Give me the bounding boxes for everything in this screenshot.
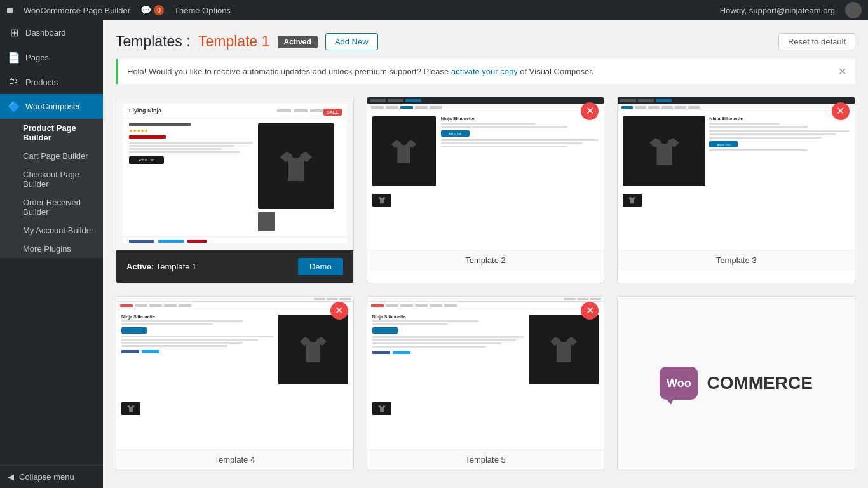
pages-icon: 📄 <box>8 51 20 64</box>
woo-bubble-text: Woo <box>667 377 691 390</box>
products-icon: 🛍 <box>8 76 20 88</box>
template-card-3: Ninja Silhouette Add to Cart <box>617 97 855 283</box>
tshirt-svg-1 <box>274 144 318 189</box>
sidebar-label-dashboard: Dashboard <box>25 28 66 37</box>
template-4-preview: Ninja Silhouette <box>116 297 353 449</box>
template-card-default: Woo COMMERCE Default WooCommrce <box>617 296 855 470</box>
sidebar-item-dashboard[interactable]: ⊞ Dashboard <box>0 20 103 45</box>
reset-default-button[interactable]: Reset to default <box>778 33 855 50</box>
tshirt-svg-4 <box>294 330 332 369</box>
template-5-footer: Template 5 <box>367 449 604 470</box>
template-1-active-label: Active: Template 1 <box>126 262 196 271</box>
add-new-button[interactable]: Add New <box>325 33 378 50</box>
template-3-remove-button[interactable]: ✕ <box>832 102 850 120</box>
template-4-remove-button[interactable]: ✕ <box>330 302 348 320</box>
collapse-menu-button[interactable]: ◀ Collapse menu <box>0 465 103 488</box>
sidebar-item-checkout-page-builder[interactable]: Checkout Page Builder <box>0 165 103 193</box>
dashboard-icon: ⊞ <box>8 27 20 39</box>
template-3-preview: Ninja Silhouette Add to Cart <box>618 97 855 250</box>
tshirt-thumb-3 <box>627 195 637 205</box>
main-content: Templates : Template 1 Actived Add New R… <box>103 20 868 488</box>
template-3-footer: Template 3 <box>618 250 855 270</box>
woo-bubble: Woo <box>660 367 698 400</box>
wp-logo-icon[interactable]: ■ <box>6 4 13 17</box>
woo-commerce-text: COMMERCE <box>707 373 812 393</box>
tshirt-thumb-2 <box>377 195 387 205</box>
template-4-footer: Template 4 <box>116 449 353 470</box>
sidebar-item-pages[interactable]: 📄 Pages <box>0 45 103 70</box>
notification-close-button[interactable]: ✕ <box>838 65 846 78</box>
sidebar-item-more-plugins[interactable]: More Plugins <box>0 240 103 258</box>
tshirt-svg-3 <box>644 131 685 172</box>
sidebar-item-cart-page-builder[interactable]: Cart Page Builder <box>0 147 103 165</box>
template-2-preview: Ninja Silhouette Add to Cart <box>367 97 604 250</box>
admin-bar: ■ WooCommerce Page Builder 💬 0 Theme Opt… <box>0 0 868 20</box>
woocomposer-icon: 🔷 <box>8 100 20 112</box>
avatar <box>845 2 862 18</box>
sidebar: ⊞ Dashboard 📄 Pages 🛍 Products 🔷 WooComp… <box>0 20 103 488</box>
sale-badge: SALE <box>323 109 342 116</box>
template-card-1: Flying Ninja <box>116 97 354 283</box>
activate-copy-link[interactable]: activate your copy <box>451 67 518 76</box>
template-1-preview: Flying Ninja <box>116 97 353 250</box>
default-woo-preview: Woo COMMERCE <box>618 297 855 470</box>
sidebar-item-products[interactable]: 🛍 Products <box>0 70 103 94</box>
template-card-5: Ninja Silhouette <box>367 296 605 470</box>
user-greeting: Howdy, support@ninjateam.org <box>720 6 835 15</box>
sidebar-item-woocomposer[interactable]: 🔷 WooComposer <box>0 94 103 119</box>
template-5-preview: Ninja Silhouette <box>367 297 604 449</box>
comment-count: 0 <box>154 5 164 15</box>
sidebar-label-products: Products <box>25 78 58 87</box>
template-card-4: Ninja Silhouette <box>116 296 354 470</box>
sidebar-item-order-received-builder[interactable]: Order Received Builder <box>0 193 103 221</box>
template-card-2: Ninja Silhouette Add to Cart <box>367 97 605 283</box>
templates-grid: Flying Ninja <box>116 97 855 470</box>
template-1-footer: Active: Template 1 Demo <box>116 250 353 283</box>
sidebar-item-product-page-builder[interactable]: Product Page Builder <box>0 119 103 147</box>
collapse-label: Collapse menu <box>19 472 74 482</box>
template-1-demo-button[interactable]: Demo <box>298 258 343 275</box>
page-header: Templates : Template 1 Actived Add New R… <box>116 33 855 50</box>
site-name[interactable]: WooCommerce Page Builder <box>24 6 130 15</box>
comment-icon[interactable]: 💬 0 <box>140 5 164 15</box>
active-badge: Actived <box>278 36 318 48</box>
tshirt-thumb-4 <box>126 403 136 414</box>
sidebar-submenu: Product Page Builder Cart Page Builder C… <box>0 119 103 258</box>
tshirt-svg-5 <box>545 330 583 369</box>
template-5-name: Template 5 <box>465 455 506 464</box>
sidebar-label-woocomposer: WooComposer <box>25 102 80 111</box>
page-title: Templates : Template 1 <box>116 33 270 50</box>
template-2-footer: Template 2 <box>367 250 604 270</box>
notification-text: Hola! Would you like to receive automati… <box>127 67 593 76</box>
template-3-name: Template 3 <box>716 255 757 265</box>
collapse-icon: ◀ <box>8 472 14 482</box>
notification-bar: Hola! Would you like to receive automati… <box>116 59 855 84</box>
tshirt-thumb-5 <box>377 403 387 414</box>
template-2-name: Template 2 <box>465 255 506 265</box>
tshirt-svg-2 <box>386 134 421 169</box>
default-woo-footer: Default WooCommrce <box>618 470 855 470</box>
sidebar-item-my-account-builder[interactable]: My Account Builder <box>0 221 103 240</box>
sidebar-label-pages: Pages <box>25 53 49 62</box>
template-4-name: Template 4 <box>215 455 255 464</box>
theme-options[interactable]: Theme Options <box>174 6 231 15</box>
woocommerce-logo: Woo COMMERCE <box>660 367 812 400</box>
